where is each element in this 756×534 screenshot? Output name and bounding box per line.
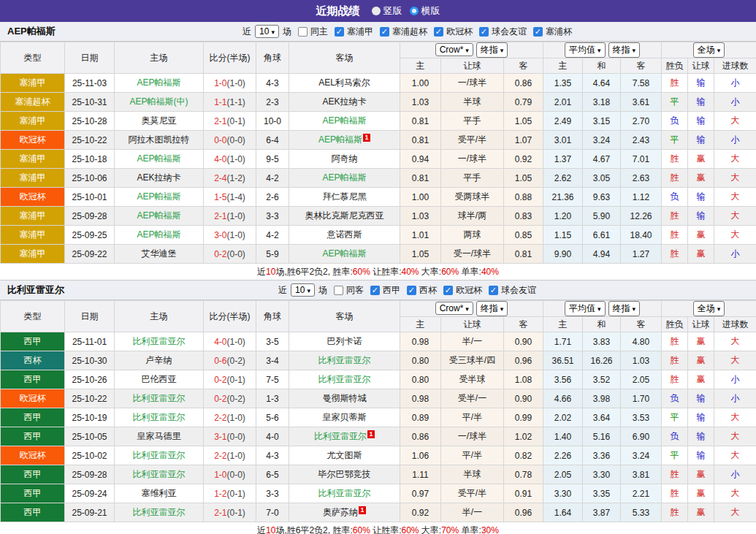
league-checkbox[interactable]: ✓: [533, 27, 543, 37]
layout-radio-vertical[interactable]: 竖版: [372, 4, 402, 18]
league-badge: 西杯: [1, 351, 65, 370]
crow-select-1[interactable]: 终指▾: [476, 301, 508, 316]
crow-home-odds: 1.05: [400, 245, 441, 264]
result-over-under: 大: [714, 408, 756, 427]
away-team-cell: 尤文图斯: [289, 446, 400, 465]
match-count-select[interactable]: 10▾: [255, 25, 279, 38]
header-group: 全场▾: [662, 301, 756, 317]
layout-radio-horizontal[interactable]: 横版: [410, 4, 440, 18]
match-count-select[interactable]: 10▾: [291, 283, 315, 297]
result-handicap-label: 赢: [697, 507, 706, 517]
away-team[interactable]: AEP帕福斯: [318, 134, 362, 145]
home-team[interactable]: AEP帕福斯: [137, 153, 180, 164]
match-count-select-chevron-down-icon: ▾: [271, 28, 275, 36]
away-team: 意诺西斯: [327, 229, 362, 240]
fulltime-select-0[interactable]: 全场▾: [693, 42, 725, 58]
average-home-odds: 2.49: [543, 112, 583, 131]
match-date: 25-10-28: [65, 112, 115, 131]
home-team[interactable]: 比利亚雷亚尔: [133, 336, 186, 346]
match-date: 25-09-28: [65, 465, 115, 484]
result-win-draw-lose: 平: [662, 446, 688, 465]
match-row: 塞浦甲25-09-28AEP帕福斯2-1(1-0)3-3奥林比克斯尼克西亚1.0…: [1, 207, 756, 226]
score-cell: 2-2(1-0): [204, 408, 256, 427]
crow-select-1[interactable]: 终指▾: [476, 42, 508, 58]
result-wdl-label: 平: [671, 450, 679, 460]
result-handicap-label: 输: [697, 134, 706, 145]
away-team[interactable]: 比利亚雷亚尔: [314, 431, 367, 441]
result-wdl-label: 胜: [671, 336, 679, 346]
average-select-0[interactable]: 平均值▾: [565, 301, 606, 316]
radio-vertical-label[interactable]: 竖版: [383, 4, 402, 18]
result-handicap-label: 赢: [697, 172, 706, 183]
away-team[interactable]: AEP帕福斯: [322, 172, 366, 183]
league-checkbox[interactable]: ✓: [443, 286, 453, 295]
home-team[interactable]: 比利亚雷亚尔: [133, 393, 186, 403]
home-team[interactable]: 比利亚雷亚尔: [133, 412, 186, 422]
score-cell: 3-1(0-0): [204, 427, 256, 446]
match-date: 25-10-01: [65, 188, 115, 207]
home-team[interactable]: AEP帕福斯: [137, 210, 180, 221]
away-team[interactable]: 比利亚雷亚尔: [318, 488, 371, 498]
league-checkbox[interactable]: ✓: [479, 27, 489, 37]
away-team[interactable]: 比利亚雷亚尔: [318, 355, 371, 365]
away-team-cell: AEP帕福斯: [289, 112, 400, 131]
average-select-1[interactable]: 终指▾: [608, 301, 641, 316]
fulltime-select-0[interactable]: 全场▾: [693, 301, 725, 316]
corner-count: 4-2: [256, 169, 289, 188]
average-away-odds: 3.53: [621, 408, 662, 427]
average-away-odds: 3.81: [621, 465, 662, 484]
header-group: Crow*▾终指▾: [400, 42, 543, 58]
score-cell: 0-2(0-0): [204, 245, 256, 264]
radio-horizontal-icon[interactable]: [410, 7, 419, 15]
subcolumn-header: 客: [504, 317, 543, 332]
average-draw-odds: 3.24: [583, 131, 621, 150]
league-badge-label: 塞浦甲: [20, 229, 46, 240]
corner-count: 10-0: [256, 112, 289, 131]
league-checkbox[interactable]: ✓: [434, 27, 443, 37]
crow-select-0[interactable]: Crow*▾: [435, 43, 473, 56]
league-checkbox[interactable]: ✓: [489, 286, 498, 295]
result-wdl-label: 胜: [671, 153, 679, 164]
summary-segment: 40%: [401, 267, 419, 277]
subcolumn-header: 主: [543, 317, 583, 332]
average-select-1[interactable]: 终指▾: [608, 42, 641, 58]
home-team[interactable]: 比利亚雷亚尔: [133, 507, 186, 517]
result-over-under: 大: [714, 351, 756, 370]
away-team[interactable]: AEP帕福斯: [322, 115, 366, 126]
result-win-draw-lose: 胜: [662, 503, 688, 522]
handicap-line: 球半/两: [441, 207, 504, 226]
score-cell: 1-1(1-1): [204, 93, 256, 112]
league-checkbox[interactable]: ✓: [380, 27, 389, 37]
result-over-under: 大: [714, 484, 756, 503]
league-badge-label: 西甲: [24, 412, 42, 422]
league-badge: 塞浦甲: [1, 150, 65, 169]
average-away-odds: 3.24: [621, 446, 662, 465]
same-venue-checkbox[interactable]: [298, 27, 308, 37]
average-away-odds: 2.70: [621, 112, 662, 131]
subcolumn-header: 让球: [688, 58, 714, 74]
away-team[interactable]: 比利亚雷亚尔: [318, 374, 371, 384]
league-checkbox[interactable]: ✓: [370, 286, 380, 295]
crow-select-0[interactable]: Crow*▾: [435, 302, 473, 315]
same-venue-checkbox[interactable]: [334, 286, 343, 295]
league-checkbox[interactable]: ✓: [407, 286, 416, 295]
halftime-score: (0-1): [227, 116, 245, 126]
home-team[interactable]: 比利亚雷亚尔: [133, 469, 186, 479]
home-team[interactable]: AEP帕福斯(中): [129, 96, 188, 107]
home-team[interactable]: 比利亚雷亚尔: [133, 450, 186, 460]
average-select-0[interactable]: 平均值▾: [565, 42, 606, 58]
league-checkbox[interactable]: ✓: [335, 27, 344, 37]
result-over-under: 大: [714, 112, 756, 131]
result-win-draw-lose: 胜: [662, 332, 688, 351]
result-wdl-label: 平: [671, 96, 679, 107]
home-team[interactable]: AEP帕福斯: [137, 229, 180, 240]
away-team[interactable]: AEP帕福斯: [322, 248, 366, 259]
result-win-draw-lose: 胜: [662, 74, 688, 93]
handicap-line: 平手: [441, 112, 504, 131]
home-team-cell: 奥莫尼亚: [115, 112, 204, 131]
home-team[interactable]: AEP帕福斯: [137, 77, 180, 88]
average-home-odds: 3.01: [543, 131, 583, 150]
radio-vertical-icon[interactable]: [372, 7, 381, 15]
home-team[interactable]: AEP帕福斯: [137, 191, 180, 202]
radio-horizontal-label[interactable]: 横版: [421, 4, 440, 18]
